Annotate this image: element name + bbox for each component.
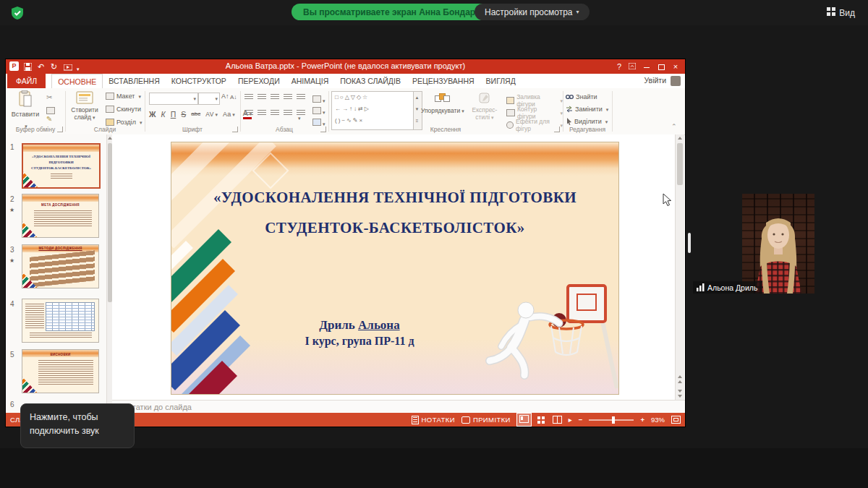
editing-group: Знайти Замінити Виділити Редагування (563, 88, 612, 134)
char-spacing-button[interactable]: АV (205, 111, 218, 118)
font-size-combo[interactable] (198, 93, 220, 105)
scrollbar-thumb[interactable] (677, 143, 683, 185)
slide-canvas[interactable]: «УДОСКОНАЛЕННЯ ТЕХНІЧНОЇ ПІДГОТОВКИ СТУД… (171, 142, 618, 394)
align-left-icon[interactable] (244, 110, 253, 116)
help-button[interactable]: ? (613, 59, 626, 74)
slide-thumbnail-1[interactable]: «УДОСКОНАЛЕННЯ ТЕХНІЧНОЇ ПІДГОТОВКИСТУДЕ… (22, 143, 101, 189)
section-label: Розділ (116, 119, 136, 126)
font-group: А↑ А↓ Ж К П S abc АV Аа А Шрифт (145, 88, 240, 134)
collapse-ribbon-button[interactable]: ⌃ (671, 123, 677, 130)
arrange-button[interactable]: Упорядкувати (421, 91, 463, 115)
tab-insert[interactable]: ВСТАВЛЕННЯ (103, 74, 166, 88)
tab-design[interactable]: КОНСТРУКТОР (166, 74, 232, 88)
tab-animations[interactable]: АНІМАЦІЯ (286, 74, 335, 88)
grow-font-button[interactable]: А↑ (221, 93, 229, 100)
panel-drag-handle[interactable] (688, 233, 691, 253)
italic-button[interactable]: К (161, 110, 166, 119)
reset-button[interactable]: Скинути (106, 106, 141, 113)
new-slide-button[interactable]: Створити слайд (68, 91, 101, 121)
account-avatar[interactable] (671, 76, 681, 86)
notes-toggle-button[interactable]: НОТАТКИ (412, 416, 455, 424)
fit-to-window-button[interactable] (671, 416, 681, 424)
tab-home[interactable]: ОСНОВНЕ (51, 74, 103, 90)
line-spacing-icon[interactable] (297, 94, 305, 100)
tab-slideshow[interactable]: ПОКАЗ СЛАЙДІВ (334, 74, 407, 88)
normal-view-button[interactable] (517, 414, 531, 426)
slide-author[interactable]: Дриль Альона (215, 318, 504, 333)
replace-button[interactable]: Замінити (566, 106, 608, 113)
slide-sorter-view-button[interactable] (537, 416, 540, 419)
security-shield-icon[interactable] (10, 6, 25, 23)
ribbon-tab-row: ФАЙЛ ОСНОВНЕ ВСТАВЛЕННЯ КОНСТРУКТОР ПЕРЕ… (6, 74, 685, 89)
slideshow-view-button[interactable]: ▸ (569, 416, 572, 424)
slide-thumbnail-4[interactable] (22, 299, 99, 343)
font-dialog-launcher[interactable] (232, 127, 238, 132)
section-button[interactable]: Розділ (106, 119, 142, 126)
underline-button[interactable]: П (171, 110, 176, 119)
zoom-in-button[interactable]: + (640, 416, 644, 424)
align-right-icon[interactable] (271, 110, 279, 116)
basketball-dunk-graphic (474, 280, 618, 394)
zoom-slider[interactable] (589, 419, 634, 421)
tab-view[interactable]: ВИГЛЯД (480, 74, 522, 88)
align-center-icon[interactable] (258, 110, 266, 116)
bullets-icon[interactable] (244, 94, 253, 100)
comments-toggle-button[interactable]: ПРИМІТКИ (461, 416, 511, 424)
slide-course[interactable]: І курс, група ПР-11 д (215, 335, 504, 348)
tab-transitions[interactable]: ПЕРЕХОДИ (232, 74, 286, 88)
strikethrough-button[interactable]: S (181, 110, 186, 119)
animation-star-icon: ★ (9, 257, 14, 264)
next-slide-button[interactable] (676, 388, 684, 398)
shrink-font-button[interactable]: А↓ (230, 94, 237, 100)
numbering-icon[interactable] (258, 94, 266, 100)
clipboard-dialog-launcher[interactable] (57, 127, 63, 132)
font-name-combo[interactable] (149, 93, 198, 105)
bold-button[interactable]: Ж (149, 110, 156, 119)
chevron-down-icon: ▾ (576, 9, 579, 15)
shapes-gallery[interactable]: □○△▽◇☆ ←→↑↓⇄▷ ()~∿✎× ▲▼≡ (331, 91, 422, 130)
title-bar[interactable]: P ↶ ↻ ▾ Альона Ватра.pptx - PowerPoint (… (6, 59, 685, 74)
change-case-button[interactable]: Аа (223, 111, 235, 118)
find-button[interactable]: Знайти (566, 93, 597, 100)
drawing-dialog-launcher[interactable] (554, 127, 560, 132)
slide-title-line1[interactable]: «УДОСКОНАЛЕННЯ ТЕХНІЧНОЇ ПІДГОТОВКИ (171, 189, 618, 207)
quick-styles-button[interactable]: Експрес-стилі (466, 91, 503, 121)
slide-number: 3 (10, 246, 14, 254)
cut-button[interactable]: ✂ (46, 93, 52, 101)
view-options-button[interactable]: Настройки просмотра ▾ (475, 4, 590, 20)
slide-title-line2[interactable]: СТУДЕНТОК-БАСКЕТБОЛІСТОК» (171, 219, 618, 237)
slide-thumbnail-2[interactable]: МЕТА ДОСЛІДЖЕННЯ (22, 194, 99, 238)
view-button[interactable]: Вид (821, 5, 861, 20)
tooltip-line2: подключить звук (30, 424, 125, 438)
decrease-indent-icon[interactable] (271, 94, 279, 100)
editor-scrollbar[interactable] (675, 134, 684, 400)
columns-icon[interactable] (297, 110, 305, 116)
ribbon-options-button[interactable] (626, 59, 639, 74)
slide-thumbnail-5[interactable]: ВИСНОВКИ (22, 349, 99, 393)
join-audio-tooltip: Нажмите, чтобы подключить звук (20, 403, 135, 448)
zoom-out-button[interactable]: − (579, 416, 583, 424)
tab-review[interactable]: РЕЦЕНЗУВАННЯ (407, 74, 480, 88)
select-button[interactable]: Виділити (566, 118, 608, 125)
zoom-slider-thumb[interactable] (612, 416, 615, 424)
increase-indent-icon[interactable] (284, 94, 292, 100)
notes-pane[interactable]: Нотатки до слайда (112, 400, 685, 414)
sign-in-link[interactable]: Увійти (644, 76, 666, 85)
reading-view-button[interactable] (553, 416, 562, 424)
previous-slide-button[interactable] (676, 373, 684, 383)
paragraph-dialog-launcher[interactable] (320, 127, 326, 132)
thumb4-table (46, 302, 95, 331)
clear-formatting-button[interactable]: abc (191, 111, 200, 117)
restore-button[interactable] (655, 59, 668, 74)
new-slide-caret-icon (91, 114, 95, 121)
close-button[interactable]: × (669, 59, 682, 74)
paste-button[interactable]: Вставити (12, 90, 39, 131)
zoom-level[interactable]: 93% (651, 416, 665, 424)
minimize-button[interactable] (640, 59, 653, 74)
justify-icon[interactable] (284, 110, 292, 116)
format-painter-button[interactable]: ✎ (46, 115, 52, 123)
tab-file[interactable]: ФАЙЛ (7, 74, 46, 88)
slide-thumbnail-3[interactable]: МЕТОДИ ДОСЛІДЖЕННЯ (22, 244, 99, 288)
participant-video-tile[interactable] (742, 194, 814, 294)
layout-button[interactable]: Макет (106, 93, 141, 100)
